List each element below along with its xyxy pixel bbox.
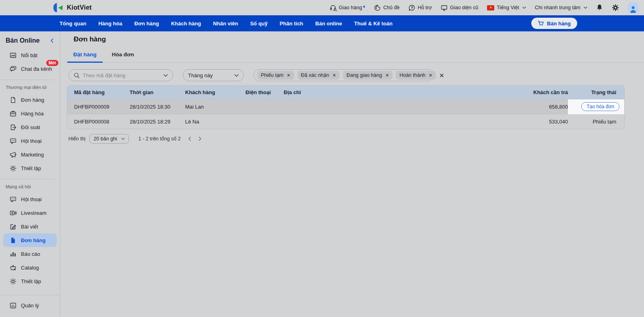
sidebar-bottom: Quản lý <box>0 291 60 317</box>
cell-amount-due: 533,040 <box>495 119 568 125</box>
nav-item-thue-ke-toan[interactable]: Thuế & Kế toán <box>354 21 392 27</box>
nav-item-nhan-vien[interactable]: Nhân viên <box>213 21 238 27</box>
language-label: Tiếng Việt <box>497 5 519 10</box>
sidebar-divider <box>0 179 54 179</box>
sidebar-item-bao-cao[interactable]: Báo cáo <box>0 247 60 261</box>
cell-amount-due: 658,800 <box>495 104 568 110</box>
orders-table: Mã đặt hàng Thời gian Khách hàng Điện th… <box>67 85 625 129</box>
cell-time: 28/10/2025 18:29 <box>130 119 185 125</box>
cell-status-action: Tạo hóa đơn <box>568 99 624 114</box>
branch-selector[interactable]: Chi nhánh trung tâm <box>535 5 587 10</box>
filter-chip-hoan-thanh[interactable]: Hoàn thành ✕ <box>396 71 436 80</box>
chevron-down-icon <box>584 6 587 9</box>
topbar-item-ho-tro[interactable]: Hỗ trợ <box>409 4 432 11</box>
highlight-icon <box>10 52 17 59</box>
megaphone-icon <box>10 151 17 158</box>
sidebar-item-thiet-lap-mxh[interactable]: Thiết lập <box>0 274 60 288</box>
chip-label: Hoàn thành <box>399 72 425 78</box>
prev-page-icon[interactable] <box>188 136 191 141</box>
sidebar-item-thiet-lap-tmdt[interactable]: Thiết lập <box>0 161 60 175</box>
gear-icon[interactable] <box>612 4 619 11</box>
sell-button[interactable]: Bán hàng <box>531 18 577 29</box>
nav-item-so-quy[interactable]: Sổ quỹ <box>250 21 267 27</box>
chip-close-icon[interactable]: ✕ <box>385 73 389 78</box>
search-input[interactable] <box>83 72 159 78</box>
topbar-menu: Giao hàng Chủ đề Hỗ trợ Giao diện cũ ★ T… <box>330 2 638 13</box>
online-status-dot <box>335 9 337 12</box>
sidebar-item-label: Bài viết <box>21 224 38 230</box>
sidebar-item-chat-da-kenh[interactable]: Chat đa kênh Mới <box>0 62 60 76</box>
sidebar-item-label: Quản lý <box>21 303 39 309</box>
user-avatar[interactable] <box>628 2 638 13</box>
search-icon <box>74 72 80 78</box>
filter-chip-dang-giao-hang[interactable]: Đang giao hàng ✕ <box>343 71 393 80</box>
nav-item-hang-hoa[interactable]: Hàng hóa <box>98 21 122 27</box>
table-header-row: Mã đặt hàng Thời gian Khách hàng Điện th… <box>67 86 624 99</box>
sidebar-item-hoi-thoai-mxh[interactable]: Hội thoại <box>0 192 60 206</box>
filter-row: Tháng này Phiếu tạm ✕ Đã xác nhận ✕ Đang… <box>68 69 625 81</box>
sidebar-item-bai-viet[interactable]: Bài viết <box>0 220 60 233</box>
language-selector[interactable]: ★ Tiếng Việt <box>487 5 526 10</box>
page-size-select[interactable]: 20 bản ghi <box>89 134 128 144</box>
palette-icon <box>374 4 381 11</box>
sidebar-item-label: Báo cáo <box>21 251 40 257</box>
nav-item-phan-tich[interactable]: Phân tích <box>280 21 303 27</box>
nav-item-tong-quan[interactable]: Tổng quan <box>60 21 86 27</box>
col-phone: Điện thoại <box>246 89 284 95</box>
chip-close-icon[interactable]: ✕ <box>332 73 336 78</box>
col-time: Thời gian <box>130 89 185 95</box>
kiotviet-logo[interactable]: KiotViet <box>52 2 92 13</box>
tab-dat-hang[interactable]: Đặt hàng <box>67 51 103 63</box>
sidebar-item-doi-soat[interactable]: Đối soát <box>0 120 60 134</box>
page-size-value: 20 bản ghi <box>93 136 117 142</box>
livestream-icon <box>10 210 17 216</box>
kiotviet-logo-icon <box>52 2 64 13</box>
bell-icon[interactable] <box>596 4 603 11</box>
sidebar-collapse-icon[interactable] <box>50 38 54 43</box>
cell-customer: Lê Na <box>185 119 246 125</box>
topbar-item-giao-dien-cu[interactable]: Giao diện cũ <box>441 4 478 11</box>
nav-item-don-hang[interactable]: Đơn hàng <box>134 21 159 27</box>
sidebar-item-marketing[interactable]: Marketing <box>0 148 60 161</box>
sidebar-divider <box>0 295 60 295</box>
create-invoice-button[interactable]: Tạo hóa đơn <box>581 102 619 111</box>
chevron-down-icon <box>121 138 125 140</box>
table-row[interactable]: DHFBP000009 28/10/2025 18:30 Mai Lan 658… <box>67 99 624 114</box>
tab-hoa-don[interactable]: Hóa đơn <box>106 51 140 63</box>
sidebar-item-don-hang-mxh[interactable]: Đơn hàng <box>3 233 57 247</box>
clear-filters-icon[interactable]: ✕ <box>439 72 444 78</box>
cell-customer: Mai Lan <box>185 104 246 110</box>
post-edit-icon <box>10 223 17 230</box>
status-filter-box[interactable]: Phiếu tạm ✕ Đã xác nhận ✕ Đang giao hàng… <box>254 69 433 81</box>
sidebar-item-livestream[interactable]: Livestream <box>0 206 60 220</box>
sidebar-item-catalog[interactable]: Catalog <box>0 261 60 274</box>
chip-close-icon[interactable]: ✕ <box>287 73 290 78</box>
sidebar-item-label: Đối soát <box>21 124 40 130</box>
nav-item-ban-online[interactable]: Bán online <box>315 21 342 27</box>
sidebar-item-label: Hội thoại <box>21 138 41 144</box>
branch-label: Chi nhánh trung tâm <box>535 5 580 10</box>
sidebar-item-quan-ly[interactable]: Quản lý <box>0 298 60 312</box>
order-search-box[interactable] <box>68 69 173 81</box>
next-page-icon[interactable] <box>198 136 202 141</box>
sidebar-item-label: Đơn hàng <box>21 97 44 103</box>
nav-item-khach-hang[interactable]: Khách hàng <box>171 21 201 27</box>
topbar-item-giao-hang[interactable]: Giao hàng <box>330 4 365 11</box>
period-select[interactable]: Tháng này <box>183 69 244 81</box>
sidebar-item-don-hang-tmdt[interactable]: Đơn hàng <box>0 93 60 107</box>
topbar-item-label: Giao hàng <box>339 5 362 10</box>
filter-chip-phieu-tam[interactable]: Phiếu tạm ✕ <box>257 71 294 80</box>
cell-time: 28/10/2025 18:30 <box>130 104 185 110</box>
filter-chip-da-xac-nhan[interactable]: Đã xác nhận ✕ <box>297 71 340 80</box>
chevron-down-icon[interactable] <box>163 74 168 77</box>
topbar-item-label: Giao diện cũ <box>450 5 478 10</box>
col-status: Trạng thái <box>568 89 616 95</box>
col-order-code: Mã đặt hàng <box>74 89 130 95</box>
topbar-item-chu-de[interactable]: Chủ đề <box>374 4 399 11</box>
sidebar-item-hang-hoa[interactable]: Hàng hóa <box>0 107 60 120</box>
sidebar-section-ecommerce: Thương mại điện tử <box>0 83 60 93</box>
table-row[interactable]: DHFBP000008 28/10/2025 18:29 Lê Na 533,0… <box>67 114 624 129</box>
chip-close-icon[interactable]: ✕ <box>429 73 432 78</box>
sidebar-item-hoi-thoai-tmdt[interactable]: Hội thoại <box>0 134 60 148</box>
sidebar-title: Bán Online <box>6 37 39 44</box>
